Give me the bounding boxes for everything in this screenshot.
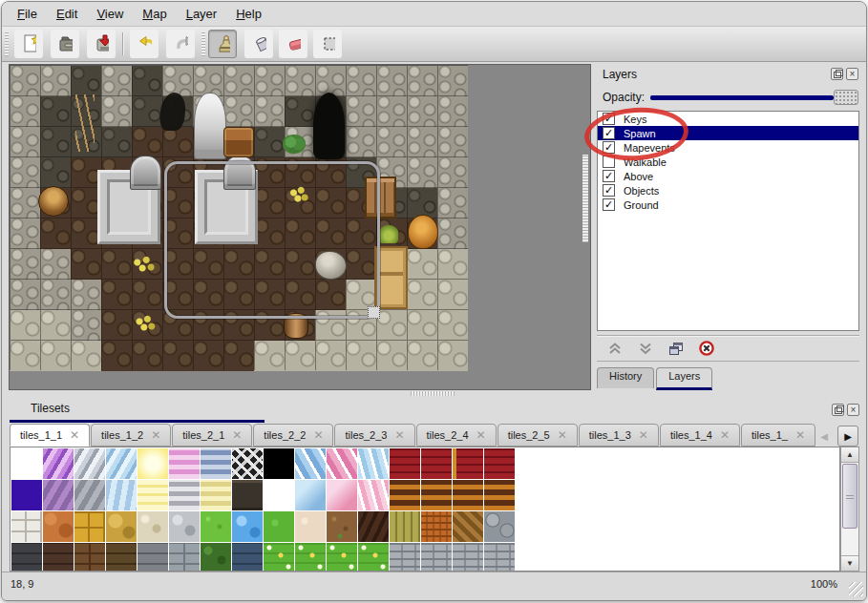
layer-row-keys[interactable]: ✓Keys [598,112,858,126]
tileset-tile[interactable] [11,543,42,572]
scroll-down-icon[interactable]: ▼ [841,555,858,571]
close-tab-icon[interactable]: ✕ [70,428,79,442]
tileset-tab-tiles_1_1[interactable]: tiles_1_1✕ [10,424,90,447]
open-file-button[interactable] [51,30,79,58]
tileset-tile[interactable] [295,480,326,510]
tileset-tile[interactable] [453,480,483,510]
close-tab-icon[interactable]: ✕ [232,428,242,442]
tileset-tile[interactable] [106,448,137,479]
tileset-tab-tiles_1_4[interactable]: tiles_1_4✕ [660,424,740,447]
tileset-tile[interactable] [232,448,263,479]
move-layer-down-button[interactable] [635,338,656,359]
tileset-tile[interactable] [295,543,326,572]
tileset-tile[interactable] [295,511,326,542]
tileset-tile[interactable] [358,511,389,542]
duplicate-layer-button[interactable] [666,338,687,359]
close-tab-icon[interactable]: ✕ [151,428,160,442]
tileset-tile[interactable] [138,448,168,479]
tileset-tile[interactable] [484,543,515,572]
tileset-tile[interactable] [421,480,452,510]
tileset-tile[interactable] [264,543,294,572]
tileset-tile[interactable] [201,480,231,510]
close-tab-icon[interactable]: ✕ [720,428,730,442]
opacity-slider[interactable] [650,88,858,107]
stamp-tool-button[interactable] [208,30,237,58]
tileset-tile[interactable] [169,448,200,479]
layer-row-mapevents[interactable]: ✓Mapevents [598,140,858,155]
menu-map[interactable]: Map [133,3,176,25]
tileset-tile[interactable] [453,543,483,572]
layer-row-spawn[interactable]: ✓Spawn [598,126,858,140]
selection-rectangle[interactable] [164,161,380,319]
redo-button[interactable] [166,30,195,58]
tileset-tile[interactable] [74,480,105,510]
tileset-tile[interactable] [106,480,137,510]
tileset-tile[interactable] [11,480,42,510]
tileset-tile[interactable] [106,511,137,542]
tileset-tile[interactable] [201,511,231,542]
layer-row-objects[interactable]: ✓Objects [598,183,858,198]
scroll-up-icon[interactable]: ▲ [841,447,858,463]
tileset-tile[interactable] [232,480,263,510]
layer-visibility-checkbox[interactable] [603,156,615,168]
scroll-tabs-right-button[interactable]: ▶ [837,426,858,447]
tileset-tile[interactable] [74,543,105,572]
float-tilesets-icon[interactable] [832,404,844,416]
tileset-tile[interactable] [358,448,389,479]
vertical-splitter-grip[interactable] [582,155,588,242]
dock-tab-history[interactable]: History [597,367,654,388]
tileset-tile[interactable] [295,448,326,479]
tileset-tile[interactable] [327,511,357,542]
tileset-tile[interactable] [11,448,42,479]
tileset-tile[interactable] [390,511,420,542]
layer-row-walkable[interactable]: Walkable [598,155,858,169]
menu-edit[interactable]: Edit [47,3,87,25]
tileset-tab-tiles_2_5[interactable]: tiles_2_5✕ [498,424,578,447]
tileset-tile[interactable] [453,448,483,479]
window-resize-grip[interactable] [849,582,863,596]
tileset-tile[interactable] [390,480,420,510]
tileset-tile[interactable] [327,480,357,510]
tileset-tile[interactable] [421,448,452,479]
tileset-tile[interactable] [106,543,137,572]
tileset-tab-tiles_1_2[interactable]: tiles_1_2✕ [91,424,171,447]
layer-row-ground[interactable]: ✓Ground [598,198,858,212]
close-tab-icon[interactable]: ✕ [558,428,567,442]
tileset-tile[interactable] [390,448,420,479]
layer-visibility-checkbox[interactable]: ✓ [603,141,615,154]
tileset-tile[interactable] [201,448,231,479]
fill-tool-button[interactable] [244,30,273,58]
tileset-tab-tiles_1_[interactable]: tiles_1_✕ [741,424,815,447]
tileset-tile[interactable] [138,543,168,572]
opacity-slider-track[interactable] [650,95,834,100]
tileset-tab-tiles_2_2[interactable]: tiles_2_2✕ [253,424,333,447]
tileset-tab-tiles_2_4[interactable]: tiles_2_4✕ [416,424,497,447]
tileset-tile[interactable] [232,543,263,572]
tileset-tile[interactable] [484,480,515,510]
tileset-tile[interactable] [43,543,74,572]
tileset-tile[interactable] [453,511,483,542]
close-panel-icon[interactable]: × [846,68,858,80]
menu-layer[interactable]: Layer [177,3,227,25]
tileset-tile[interactable] [43,480,74,510]
close-tilesets-icon[interactable]: × [847,404,859,416]
selection-resize-handle[interactable] [368,306,380,319]
layer-visibility-checkbox[interactable]: ✓ [603,184,615,197]
menu-view[interactable]: View [87,3,133,25]
close-tab-icon[interactable]: ✕ [639,428,648,442]
tileset-tile[interactable] [358,543,389,572]
tileset-tab-tiles_2_1[interactable]: tiles_2_1✕ [172,424,252,447]
close-tab-icon[interactable]: ✕ [795,428,805,442]
tileset-tile[interactable] [390,543,420,572]
new-file-button[interactable] [14,30,43,58]
tileset-tile[interactable] [421,543,452,572]
tileset-tile[interactable] [264,480,294,510]
float-panel-icon[interactable] [831,68,843,80]
tileset-tile[interactable] [169,480,200,510]
tileset-tile[interactable] [421,511,452,542]
save-file-button[interactable] [87,30,116,58]
tileset-tile[interactable] [138,480,168,510]
delete-layer-button[interactable] [696,338,717,359]
tileset-tile[interactable] [74,511,105,542]
layer-row-above[interactable]: ✓Above [598,169,858,183]
